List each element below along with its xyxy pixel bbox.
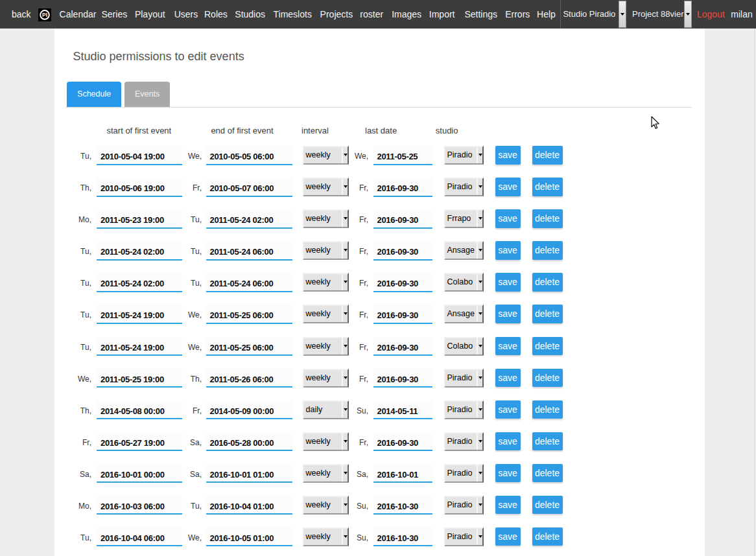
svg-text:PI: PI [42,12,47,18]
